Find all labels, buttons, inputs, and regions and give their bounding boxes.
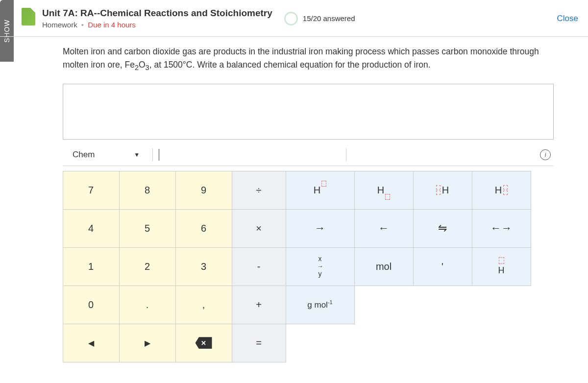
key-superscript[interactable]: H	[286, 171, 355, 210]
mode-label: Chem	[73, 150, 95, 160]
key-gmol-label: g mol	[307, 300, 328, 310]
keypad: 7 8 9 ÷ H H H H 4 5 6 × → ← ⇋ ←→ 1 2 3 -…	[63, 171, 554, 362]
question-mid: O	[139, 60, 146, 70]
answer-input[interactable]	[63, 84, 554, 140]
key-minus[interactable]: -	[232, 247, 286, 286]
key-empty	[354, 324, 414, 362]
placeholder-box-icon	[503, 191, 508, 195]
show-sidebar-tab[interactable]: SHOW	[0, 0, 14, 62]
key-0[interactable]: 0	[63, 286, 120, 324]
assignment-icon	[22, 8, 35, 25]
key-8[interactable]: 8	[119, 171, 176, 210]
placeholder-box-icon	[503, 185, 508, 190]
header-divider	[0, 36, 588, 37]
key-stacked-label: H	[498, 265, 505, 276]
key-7[interactable]: 7	[63, 171, 120, 210]
key-arrow-right[interactable]: →	[286, 209, 355, 248]
key-isotope-pre[interactable]: H	[413, 171, 472, 210]
assignment-subtitle: Homework • Due in 4 hours	[42, 21, 272, 29]
key-empty	[472, 324, 531, 362]
info-icon[interactable]: i	[540, 149, 551, 160]
key-dot[interactable]: .	[119, 286, 176, 324]
key-stacked-placeholder[interactable]: H	[472, 247, 531, 286]
key-isotope-post[interactable]: H	[472, 171, 531, 210]
key-isotope-post-label: H	[495, 185, 502, 196]
question-post: , at 1500°C. Write a balanced chemical e…	[149, 60, 431, 70]
editor-toolbar: Chem ▼ i	[63, 144, 554, 166]
key-9[interactable]: 9	[175, 171, 232, 210]
toolbar-separator	[152, 148, 153, 161]
key-cursor-right[interactable]: ▶	[119, 324, 176, 362]
key-gmol-sup: -1	[328, 299, 333, 305]
key-gmol[interactable]: g mol-1	[286, 286, 355, 324]
toolbar-separator-right	[346, 148, 346, 161]
key-4[interactable]: 4	[63, 209, 120, 248]
key-isotope-pre-label: H	[442, 185, 449, 196]
key-subscript[interactable]: H	[354, 171, 414, 210]
assignment-title: Unit 7A: RA--Chemical Reactions and Stoi…	[42, 8, 272, 19]
header: Unit 7A: RA--Chemical Reactions and Stoi…	[42, 8, 578, 29]
placeholder-box-icon	[499, 257, 504, 264]
content-area: Molten iron and carbon dioxide gas are p…	[63, 45, 554, 362]
key-cond-arrow: →	[317, 263, 323, 270]
key-equilibrium[interactable]: ⇋	[413, 209, 472, 248]
key-6[interactable]: 6	[175, 209, 232, 248]
placeholder-box-icon	[436, 191, 441, 195]
key-superscript-label: H	[314, 185, 320, 196]
progress-indicator: 15/20 answered	[284, 12, 355, 25]
backspace-icon: ✕	[196, 337, 212, 349]
progress-text: 15/20 answered	[303, 14, 355, 23]
key-cond-bottom: y	[318, 270, 322, 278]
key-empty	[286, 324, 355, 362]
cursor-indicator	[159, 149, 159, 161]
key-prime[interactable]: '	[413, 247, 472, 286]
key-equals[interactable]: =	[232, 324, 286, 362]
question-text: Molten iron and carbon dioxide gas are p…	[63, 45, 554, 73]
key-multiply[interactable]: ×	[232, 209, 286, 248]
placeholder-box-icon	[385, 194, 390, 200]
due-text: Due in 4 hours	[88, 21, 136, 29]
key-reaction-condition[interactable]: x → y	[286, 247, 355, 286]
key-5[interactable]: 5	[119, 209, 176, 248]
placeholder-box-icon	[321, 181, 326, 187]
key-empty	[413, 286, 472, 324]
header-titles: Unit 7A: RA--Chemical Reactions and Stoi…	[42, 8, 272, 29]
assignment-type: Homework	[42, 21, 77, 29]
question-sub1: 2	[135, 64, 139, 72]
key-empty	[472, 286, 531, 324]
key-divide[interactable]: ÷	[232, 171, 286, 210]
chevron-down-icon: ▼	[134, 151, 140, 158]
key-plus[interactable]: +	[232, 286, 286, 324]
key-resonance[interactable]: ←→	[472, 209, 531, 248]
key-empty	[413, 324, 472, 362]
key-subscript-label: H	[377, 185, 384, 196]
key-cond-top: x	[318, 255, 322, 263]
placeholder-box-icon	[436, 185, 441, 190]
key-2[interactable]: 2	[119, 247, 176, 286]
key-comma[interactable]: ,	[175, 286, 232, 324]
progress-ring-icon	[284, 12, 298, 25]
key-3[interactable]: 3	[175, 247, 232, 286]
key-cursor-left[interactable]: ◀	[63, 324, 120, 362]
question-sub2: 3	[146, 64, 149, 72]
key-1[interactable]: 1	[63, 247, 120, 286]
key-arrow-left[interactable]: ←	[354, 209, 414, 248]
key-mol[interactable]: mol	[354, 247, 414, 286]
mode-dropdown[interactable]: Chem ▼	[66, 147, 147, 163]
close-button[interactable]: Close	[557, 14, 578, 24]
key-backspace[interactable]: ✕	[175, 324, 232, 362]
separator-dot: •	[81, 21, 84, 29]
key-empty	[354, 286, 414, 324]
